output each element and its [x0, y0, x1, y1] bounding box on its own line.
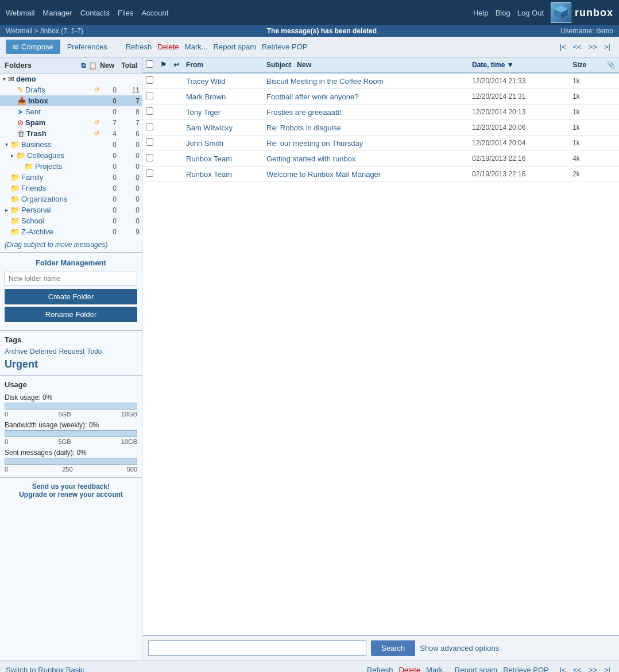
bottom-nav-next-next-button[interactable]: >>	[586, 664, 600, 672]
subject-link-6[interactable]: Welcome to Runbox Mail Manager	[266, 170, 381, 179]
row-from-0[interactable]: Tracey Wild	[183, 73, 263, 89]
search-input[interactable]	[148, 640, 366, 656]
col-size-header[interactable]: Size	[569, 57, 603, 73]
nav-blog[interactable]: Blog	[496, 9, 510, 17]
col-date-header[interactable]: Date, time ▼	[469, 57, 569, 73]
folder-item-z-archive[interactable]: 📁 Z-Archive 0 9	[0, 226, 142, 237]
row-from-1[interactable]: Mark Brown	[183, 89, 263, 105]
folder-item-spam[interactable]: ⊘ Spam ↺ 7 7	[0, 117, 142, 128]
nav-contacts[interactable]: Contacts	[80, 9, 110, 17]
row-checkbox-3[interactable]	[146, 123, 153, 130]
table-row[interactable]: Mark Brown Football after work anyone? 1…	[142, 89, 619, 105]
row-from-2[interactable]: Tony Tiger	[183, 105, 263, 120]
table-row[interactable]: Runbox Team Getting started with runbox …	[142, 151, 619, 167]
bottom-retrieve-pop-link[interactable]: Retrieve POP	[503, 666, 548, 672]
bottom-report-spam-link[interactable]: Report spam	[455, 666, 497, 672]
folder-item-drafts[interactable]: ✎ Drafts ↺ 0 11	[0, 84, 142, 95]
row-subject-5[interactable]: Getting started with runbox	[263, 151, 469, 167]
row-checkbox-1[interactable]	[146, 92, 153, 99]
nav-first-button[interactable]: |<	[557, 41, 569, 53]
folder-item-school[interactable]: 📁 School 0 0	[0, 215, 142, 226]
subject-link-4[interactable]: Re: our meeting on Thursday	[266, 139, 363, 148]
feedback-link[interactable]: Send us your feedback! Upgrade or renew …	[5, 482, 137, 499]
row-subject-6[interactable]: Welcome to Runbox Mail Manager	[263, 167, 469, 182]
row-checkbox-6[interactable]	[146, 169, 153, 177]
select-all-checkbox[interactable]	[146, 60, 153, 68]
subject-link-0[interactable]: Biscuit Meeting in the Coffee Room	[266, 77, 384, 86]
nav-last-button[interactable]: >|	[601, 41, 613, 53]
row-from-4[interactable]: John Smith	[183, 136, 263, 151]
col-from-header[interactable]: From	[183, 57, 263, 73]
row-from-3[interactable]: Sam Witwicky	[183, 120, 263, 136]
bottom-delete-link[interactable]: Delete	[399, 666, 420, 672]
preferences-button[interactable]: Preferences	[63, 40, 112, 54]
folder-item-inbox[interactable]: 📥 Inbox 0 7	[0, 95, 142, 106]
bottom-nav-first-button[interactable]: |<	[557, 664, 569, 672]
folder-paste-icon[interactable]: 📋	[88, 61, 97, 69]
subject-link-5[interactable]: Getting started with runbox	[266, 155, 355, 163]
nav-next-next-button[interactable]: >>	[586, 41, 600, 53]
compose-button[interactable]: ✉ Compose	[6, 40, 60, 54]
row-subject-3[interactable]: Re: Robots in disguise	[263, 120, 469, 136]
row-from-5[interactable]: Runbox Team	[183, 151, 263, 167]
row-subject-4[interactable]: Re: our meeting on Thursday	[263, 136, 469, 151]
row-checkbox-2[interactable]	[146, 107, 153, 115]
folder-item-family[interactable]: 📁 Family 0 0	[0, 172, 142, 183]
nav-help[interactable]: Help	[473, 9, 489, 17]
folder-item-organizations[interactable]: 📁 Organizations 0 0	[0, 194, 142, 204]
delete-link[interactable]: Delete	[157, 43, 179, 51]
create-folder-button[interactable]: Create Folder	[5, 289, 137, 304]
nav-webmail[interactable]: Webmail	[6, 9, 34, 17]
row-subject-1[interactable]: Football after work anyone?	[263, 89, 469, 105]
row-from-6[interactable]: Runbox Team	[183, 167, 263, 182]
row-subject-2[interactable]: Frosties are greeaaatt!	[263, 105, 469, 120]
table-row[interactable]: Runbox Team Welcome to Runbox Mail Manag…	[142, 167, 619, 182]
folder-item-friends[interactable]: 📁 Friends 0 0	[0, 183, 142, 194]
subject-link-3[interactable]: Re: Robots in disguise	[266, 123, 341, 132]
nav-account[interactable]: Account	[141, 9, 168, 17]
bottom-nav-prev-prev-button[interactable]: <<	[570, 664, 585, 672]
refresh-link[interactable]: Refresh	[126, 43, 152, 51]
report-spam-link[interactable]: Report spam	[214, 43, 256, 51]
row-subject-0[interactable]: Biscuit Meeting in the Coffee Room	[263, 73, 469, 89]
folder-expand-business[interactable]: ▾	[2, 141, 10, 148]
folder-expand-colleagues[interactable]: ▸	[8, 152, 16, 159]
subject-link-1[interactable]: Football after work anyone?	[266, 92, 358, 101]
row-checkbox-5[interactable]	[146, 154, 153, 161]
folder-item-sent[interactable]: ➤ Sent 0 8	[0, 106, 142, 117]
folder-expand-personal[interactable]: ▸	[2, 207, 10, 213]
row-checkbox-0[interactable]	[146, 76, 153, 84]
folder-copy-icon[interactable]: ⧉	[81, 61, 86, 69]
bottom-nav-last-button[interactable]: >|	[601, 664, 613, 672]
from-link-5[interactable]: Runbox Team	[186, 155, 232, 163]
bottom-mark-link[interactable]: Mark...	[426, 666, 449, 672]
bottom-refresh-link[interactable]: Refresh	[367, 666, 393, 672]
tag-deferred[interactable]: Deferred	[30, 347, 57, 356]
col-subject-header[interactable]: Subject New	[263, 57, 469, 73]
from-link-3[interactable]: Sam Witwicky	[186, 123, 233, 132]
retrieve-pop-link[interactable]: Retrieve POP	[262, 43, 307, 51]
nav-prev-prev-button[interactable]: <<	[570, 41, 585, 53]
tag-urgent[interactable]: Urgent	[5, 358, 38, 370]
nav-logout[interactable]: Log Out	[517, 9, 544, 17]
subject-link-2[interactable]: Frosties are greeaaatt!	[266, 108, 342, 117]
folder-item-projects[interactable]: 📁 Projects 0 0	[0, 161, 142, 172]
folder-item-demo[interactable]: ▾ ✉ demo	[0, 74, 142, 84]
table-row[interactable]: Tracey Wild Biscuit Meeting in the Coffe…	[142, 73, 619, 89]
tag-archive[interactable]: Archive	[5, 347, 28, 356]
rename-folder-button[interactable]: Rename Folder	[5, 307, 137, 322]
table-row[interactable]: Tony Tiger Frosties are greeaaatt! 12/20…	[142, 105, 619, 120]
from-link-1[interactable]: Mark Brown	[186, 92, 226, 101]
row-checkbox-4[interactable]	[146, 138, 153, 146]
switch-to-basic-link[interactable]: Switch to Runbox Basic	[6, 666, 84, 672]
folder-item-personal[interactable]: ▸ 📁 Personal 0 0	[0, 204, 142, 215]
mark-link[interactable]: Mark...	[185, 43, 208, 51]
from-link-4[interactable]: John Smith	[186, 139, 223, 148]
folder-expand-demo[interactable]: ▾	[0, 76, 8, 82]
folder-item-trash[interactable]: 🗑 Trash ↺ 4 6	[0, 128, 142, 139]
nav-files[interactable]: Files	[118, 9, 133, 17]
tag-request[interactable]: Request	[59, 347, 85, 356]
new-folder-name-input[interactable]	[5, 272, 137, 285]
tag-todo[interactable]: Todo	[87, 347, 102, 356]
folder-item-colleagues[interactable]: ▸ 📁 Colleagues 0 0	[0, 150, 142, 161]
